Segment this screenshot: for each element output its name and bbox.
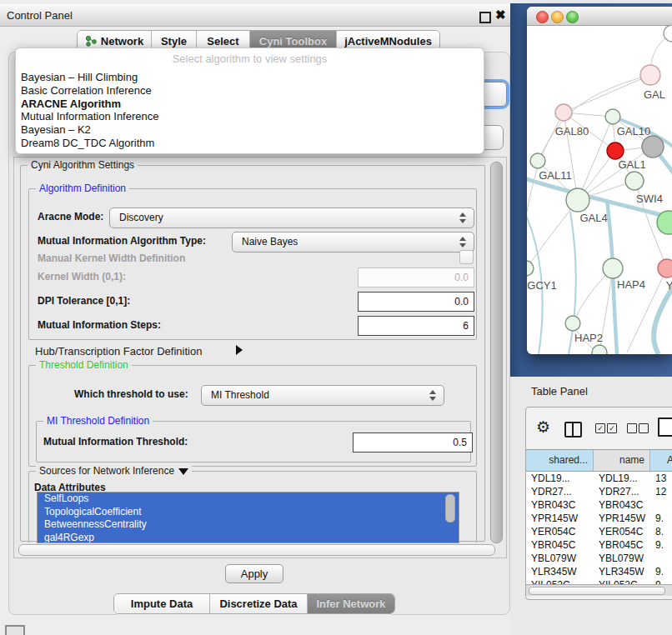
mi-threshold-label: Mutual Information Threshold: bbox=[43, 436, 188, 448]
network-node[interactable] bbox=[642, 136, 664, 158]
node-label: SWI4 bbox=[636, 192, 663, 205]
checked-checkbox-icon[interactable]: ✓ bbox=[607, 423, 617, 433]
window-zoom-light[interactable] bbox=[566, 11, 579, 23]
network-node[interactable] bbox=[605, 109, 620, 124]
table-row[interactable]: YBL079WYBL079W bbox=[526, 552, 672, 565]
tab-network-label: Network bbox=[101, 35, 143, 48]
which-threshold-select[interactable]: MI Threshold bbox=[201, 385, 444, 406]
mi-steps-label: Mutual Information Steps: bbox=[38, 319, 161, 331]
aracne-mode-select[interactable]: Discovery bbox=[109, 208, 474, 228]
network-node[interactable] bbox=[640, 65, 660, 85]
unchecked-checkbox-icon[interactable] bbox=[627, 423, 637, 433]
hub-transcription-section-label[interactable]: Hub/Transcription Factor Definition bbox=[35, 345, 202, 358]
sources-group-title: Sources for Network Inference bbox=[36, 465, 192, 477]
list-scrollbar-thumb[interactable] bbox=[445, 494, 455, 522]
node-label: GAL4 bbox=[579, 212, 607, 224]
node-label: HAP4 bbox=[617, 278, 645, 291]
table-row[interactable]: YLR345WYLR345W9. bbox=[526, 565, 672, 578]
node-label: GAL80 bbox=[555, 125, 589, 138]
table-horizontal-scrollbar[interactable] bbox=[526, 584, 672, 596]
tab-infer-network[interactable]: Infer Network bbox=[308, 594, 394, 613]
list-item[interactable]: SelfLoops bbox=[38, 492, 459, 506]
table-panel-title: Table Panel bbox=[531, 385, 588, 398]
gear-icon[interactable]: ⚙ bbox=[536, 419, 550, 435]
list-item[interactable]: gal4RGexp bbox=[38, 532, 459, 544]
table-body: YDL19...YDL19...13 YDR27...YDR27...12 YB… bbox=[526, 472, 672, 586]
manual-kernel-checkbox[interactable] bbox=[459, 250, 474, 264]
collapsed-arrow-icon[interactable] bbox=[236, 345, 243, 355]
algorithm-option[interactable]: Bayesian – K2 bbox=[21, 123, 471, 137]
aracne-mode-value: Discovery bbox=[119, 208, 163, 228]
bottom-tabbar: Impute Data Discretize Data Infer Networ… bbox=[113, 593, 395, 614]
network-node[interactable] bbox=[566, 188, 589, 212]
network-node[interactable] bbox=[658, 259, 672, 278]
network-node[interactable] bbox=[603, 258, 623, 278]
node-label: GAL1 bbox=[618, 158, 645, 171]
mi-steps-field[interactable]: 6 bbox=[358, 316, 474, 336]
window-close-light[interactable] bbox=[536, 11, 549, 23]
list-item[interactable]: TopologicalCoefficient bbox=[38, 506, 459, 519]
network-node[interactable] bbox=[565, 316, 580, 331]
minimized-panel-icon[interactable] bbox=[5, 625, 25, 635]
network-tab-icon bbox=[85, 35, 98, 48]
network-node[interactable] bbox=[527, 261, 534, 276]
list-item[interactable]: BetweennessCentrality bbox=[38, 518, 459, 532]
algorithm-option[interactable]: Dream8 DC_TDC Algorithm bbox=[21, 137, 471, 150]
document-icon[interactable] bbox=[658, 418, 672, 437]
kernel-width-field[interactable]: 0.0 bbox=[358, 268, 474, 288]
close-panel-icon[interactable]: ✖ bbox=[495, 8, 506, 22]
edge bbox=[654, 283, 672, 354]
table-row[interactable]: YPR145WYPR145W9. bbox=[526, 512, 672, 525]
network-node-selected[interactable] bbox=[607, 142, 624, 159]
node-label: GCY1 bbox=[527, 279, 556, 292]
cyni-algorithm-settings-title: Cyni Algorithm Settings bbox=[28, 159, 138, 171]
table-row[interactable]: YBR045CYBR045C9. bbox=[526, 538, 672, 552]
expanded-arrow-icon bbox=[178, 468, 188, 475]
node-label: Y bbox=[666, 279, 672, 292]
column-header-a[interactable]: A bbox=[650, 450, 672, 471]
float-panel-icon[interactable] bbox=[479, 12, 491, 23]
tab-impute-data[interactable]: Impute Data bbox=[114, 594, 210, 613]
mi-threshold-field[interactable]: 0.5 bbox=[353, 432, 473, 452]
unchecked-checkbox-icon[interactable] bbox=[639, 423, 649, 433]
network-node[interactable] bbox=[530, 153, 545, 168]
table-panel: ⚙ ✓ ✓ shared... name A YDL19...YDL19...1… bbox=[525, 407, 672, 600]
node-label: GAL11 bbox=[539, 169, 572, 182]
data-attributes-list: SelfLoops TopologicalCoefficient Between… bbox=[37, 492, 459, 543]
tab-impute-data-label: Impute Data bbox=[131, 598, 193, 610]
checked-checkbox-icon[interactable]: ✓ bbox=[595, 423, 605, 433]
network-canvas[interactable]: GAL GAL80 GAL10 GAL11 GAL1 SWI4 GAL4 GCY… bbox=[527, 25, 672, 354]
dpi-tolerance-field[interactable]: 0.0 bbox=[358, 292, 474, 312]
table-row[interactable]: YDR27...YDR27...12 bbox=[526, 485, 672, 498]
scrollbar-thumb[interactable] bbox=[529, 587, 665, 595]
table-row[interactable]: YDL19...YDL19...13 bbox=[526, 472, 672, 485]
algorithm-option[interactable]: Mutual Information Inference bbox=[21, 110, 471, 123]
table-row[interactable]: YER054CYER054C8. bbox=[526, 525, 672, 538]
settings-vertical-scrollbar[interactable] bbox=[490, 162, 503, 543]
algorithm-option-selected[interactable]: ARACNE Algorithm bbox=[21, 98, 471, 111]
column-header-shared-name[interactable]: shared... bbox=[526, 450, 594, 471]
node-table: shared... name A YDL19...YDL19...13 YDR2… bbox=[526, 449, 672, 586]
control-panel-title: Control Panel bbox=[7, 9, 73, 22]
columns-icon[interactable] bbox=[564, 422, 582, 438]
column-header-name[interactable]: name bbox=[594, 450, 650, 471]
tab-discretize-data[interactable]: Discretize Data bbox=[210, 594, 308, 613]
mi-algorithm-type-value: Naive Bayes bbox=[242, 232, 298, 252]
control-panel-titlebar: Control Panel ✖ bbox=[0, 4, 510, 27]
table-panel-dock: Table Panel ⚙ ✓ ✓ shared... name A YDL19… bbox=[510, 377, 672, 635]
dropdown-arrows-icon bbox=[459, 236, 466, 248]
table-row[interactable]: YBR043CYBR043C bbox=[526, 498, 672, 512]
network-node[interactable] bbox=[625, 172, 644, 190]
apply-button[interactable]: Apply bbox=[225, 564, 283, 583]
network-node[interactable] bbox=[555, 104, 572, 121]
tab-select-label: Select bbox=[207, 35, 238, 48]
network-node[interactable] bbox=[592, 345, 607, 354]
mi-algorithm-type-select[interactable]: Naive Bayes bbox=[232, 232, 474, 252]
algorithm-option[interactable]: Basic Correlation Inference bbox=[21, 84, 471, 98]
kernel-width-label: Kernel Width (0,1): bbox=[38, 271, 126, 282]
algorithm-option[interactable]: Bayesian – Hill Climbing bbox=[21, 71, 471, 84]
algorithm-dropdown-popup: Select algorithm to view settings Bayesi… bbox=[15, 48, 484, 154]
settings-horizontal-scrollbar[interactable] bbox=[18, 544, 495, 556]
mi-threshold-definition-group: MI Threshold Definition Mutual Informati… bbox=[36, 421, 471, 462]
window-minimize-light[interactable] bbox=[551, 11, 564, 23]
